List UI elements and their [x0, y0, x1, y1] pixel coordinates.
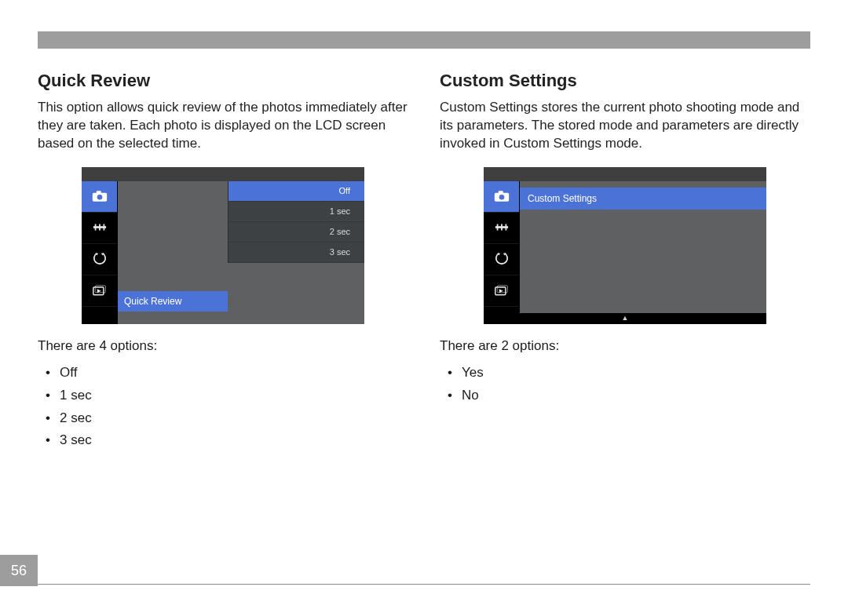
dropdown-option: Off — [228, 181, 364, 202]
right-column: Custom Settings Custom Settings stores t… — [440, 71, 810, 452]
header-bar — [38, 31, 810, 49]
menu-content: Custom Settings — [520, 181, 766, 313]
selected-menu-item: Custom Settings — [520, 188, 766, 210]
svg-rect-4 — [94, 224, 96, 231]
options-intro: There are 2 options: — [440, 338, 810, 354]
svg-rect-6 — [103, 224, 104, 231]
settings-tab-icon — [484, 213, 519, 244]
menu-content: Off 1 sec 2 sec 3 sec Quick Review — [118, 181, 364, 324]
options-list: Off 1 sec 2 sec 3 sec — [38, 362, 408, 453]
list-item: 2 sec — [60, 407, 408, 430]
lcd-body: Off 1 sec 2 sec 3 sec Quick Review — [82, 181, 364, 324]
lcd-header — [484, 167, 766, 181]
lcd-screenshot-custom-settings: Custom Settings ▲ — [484, 167, 766, 324]
lcd-screenshot-quick-review: Off 1 sec 2 sec 3 sec Quick Review — [82, 167, 364, 324]
list-item: Off — [60, 362, 408, 385]
list-item: Yes — [462, 362, 810, 385]
options-intro: There are 4 options: — [38, 338, 408, 354]
lcd-header — [82, 167, 364, 181]
left-column: Quick Review This option allows quick re… — [38, 71, 408, 452]
page-footer: 56 — [0, 555, 848, 586]
svg-rect-15 — [505, 224, 506, 231]
content-columns: Quick Review This option allows quick re… — [38, 71, 810, 452]
up-triangle-icon: ▲ — [622, 315, 629, 322]
svg-rect-1 — [96, 191, 101, 194]
menu-tab-column — [82, 181, 118, 324]
list-item: No — [462, 385, 810, 407]
playback-tab-icon — [484, 275, 519, 307]
camera-tab-icon — [484, 181, 519, 213]
lcd-body: Custom Settings — [484, 181, 766, 313]
flash-tab-icon — [484, 244, 519, 275]
svg-rect-10 — [498, 191, 503, 194]
manual-page: Quick Review This option allows quick re… — [0, 0, 848, 616]
list-item: 1 sec — [60, 385, 408, 407]
svg-rect-14 — [501, 224, 503, 231]
svg-rect-13 — [496, 224, 498, 231]
section-heading: Quick Review — [38, 71, 408, 91]
svg-rect-5 — [99, 224, 101, 231]
dropdown-option: 1 sec — [228, 202, 364, 222]
settings-tab-icon — [82, 213, 117, 244]
quick-review-options-dropdown: Off 1 sec 2 sec 3 sec — [228, 181, 364, 263]
section-body: This option allows quick review of the p… — [38, 99, 408, 153]
section-body: Custom Settings stores the current photo… — [440, 99, 810, 153]
lcd-footer: ▲ — [484, 313, 766, 324]
svg-point-11 — [499, 195, 504, 200]
flash-tab-icon — [82, 244, 117, 275]
section-heading: Custom Settings — [440, 71, 810, 91]
menu-tab-column — [484, 181, 520, 313]
footer-rule — [38, 584, 810, 585]
selected-menu-item: Quick Review — [118, 291, 228, 312]
playback-tab-icon — [82, 275, 117, 307]
camera-tab-icon — [82, 181, 117, 213]
list-item: 3 sec — [60, 429, 408, 452]
page-number: 56 — [0, 555, 38, 586]
options-list: Yes No — [440, 362, 810, 407]
dropdown-option: 2 sec — [228, 222, 364, 242]
svg-point-2 — [97, 195, 102, 200]
dropdown-option: 3 sec — [228, 242, 364, 263]
